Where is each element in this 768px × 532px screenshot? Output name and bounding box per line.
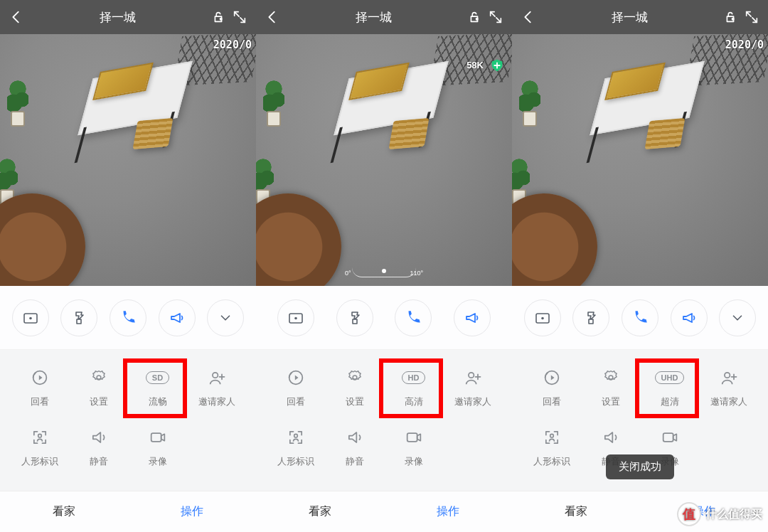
mute-button[interactable]: 静音 <box>69 427 128 468</box>
snapshot-button[interactable] <box>524 299 561 336</box>
camera-title: 择一城 <box>542 9 717 26</box>
camera-title: 择一城 <box>30 9 205 26</box>
megaphone-button[interactable] <box>454 299 491 336</box>
quality-label: 流畅 <box>149 395 167 408</box>
tab-watch-home[interactable]: 看家 <box>256 491 384 532</box>
human-mark-button[interactable]: 人形标识 <box>522 427 581 468</box>
top-bar: 择一城 <box>0 0 256 34</box>
invite-label: 邀请家人 <box>454 395 491 408</box>
invite-label: 邀请家人 <box>710 395 747 408</box>
top-bar: 择一城 <box>256 0 512 34</box>
shield-icon[interactable] <box>489 57 505 74</box>
flashlight-button[interactable] <box>336 299 373 336</box>
quality-badge: HD <box>402 371 426 384</box>
back-button[interactable] <box>521 9 536 25</box>
fullscreen-button[interactable] <box>232 9 247 25</box>
tab-watch-home[interactable]: 看家 <box>512 491 640 532</box>
call-button[interactable] <box>622 299 658 336</box>
back-button[interactable] <box>265 9 280 25</box>
watermark-logo: 值 <box>677 502 701 526</box>
action-panel: 回看 设置 HD高清 邀请家人 人形标识 静音 录像 看家 操作 <box>256 350 512 532</box>
playback-button[interactable]: 回看 <box>10 367 69 408</box>
invite-family-button[interactable]: 邀请家人 <box>187 367 246 408</box>
back-button[interactable] <box>9 9 24 25</box>
settings-label: 设置 <box>90 395 108 408</box>
mute-label: 静音 <box>90 455 108 468</box>
record-label: 录像 <box>149 455 167 468</box>
privacy-lock-button[interactable] <box>210 9 226 25</box>
human-mark-button[interactable]: 人形标识 <box>266 427 325 468</box>
quality-button[interactable]: SD流畅 <box>128 367 187 408</box>
compass-left-deg: 0° <box>345 270 351 277</box>
quality-button[interactable]: HD高清 <box>384 367 443 408</box>
phone-screen-2: 择一城 58K 0° 110° 回看 设置 HD高清 邀请家人 人形标识 静 <box>256 0 512 532</box>
collapse-button[interactable] <box>207 299 244 336</box>
watermark: 值 什么值得买 <box>677 502 762 526</box>
playback-button[interactable]: 回看 <box>522 367 581 408</box>
record-button[interactable]: 录像 <box>384 427 443 468</box>
settings-button[interactable]: 设置 <box>581 367 640 408</box>
tab-operate[interactable]: 操作 <box>128 491 256 532</box>
video-timestamp: 2020/0 <box>213 38 252 51</box>
phone-screen-1: 择一城 2020/0 回看 设置 SD流畅 邀请家人 人形标识 静音 录像 <box>0 0 256 532</box>
tab-operate[interactable]: 操作 <box>384 491 512 532</box>
megaphone-button[interactable] <box>159 299 196 336</box>
top-bar: 择一城 <box>512 0 768 34</box>
bitrate-indicator: 58K <box>466 60 484 70</box>
quick-action-row <box>0 286 256 350</box>
flashlight-button[interactable] <box>60 299 97 336</box>
invite-label: 邀请家人 <box>198 395 235 408</box>
collapse-button[interactable] <box>719 299 756 336</box>
live-video[interactable]: 2020/0 <box>0 34 256 286</box>
tab-watch-home[interactable]: 看家 <box>0 491 128 532</box>
ptz-compass[interactable]: 0° 110° <box>345 265 423 282</box>
call-button[interactable] <box>395 299 432 336</box>
settings-label: 设置 <box>602 395 620 408</box>
flashlight-button[interactable] <box>572 299 609 336</box>
bottom-tabs: 看家 操作 <box>256 491 512 532</box>
settings-button[interactable]: 设置 <box>69 367 128 408</box>
playback-button[interactable]: 回看 <box>266 367 325 408</box>
quality-label: 高清 <box>405 395 423 408</box>
quick-action-row <box>512 286 768 350</box>
camera-title: 择一城 <box>286 9 461 26</box>
quality-badge: SD <box>146 371 169 384</box>
playback-label: 回看 <box>31 395 49 408</box>
quality-label: 超清 <box>661 395 679 408</box>
live-video[interactable]: 58K 0° 110° <box>256 34 512 286</box>
invite-family-button[interactable]: 邀请家人 <box>699 367 758 408</box>
snapshot-button[interactable] <box>12 299 49 336</box>
action-panel: 回看 设置 SD流畅 邀请家人 人形标识 静音 录像 看家 操作 <box>0 350 256 532</box>
invite-family-button[interactable]: 邀请家人 <box>443 367 502 408</box>
toast-message: 关闭成功 <box>606 454 674 479</box>
record-button[interactable]: 录像 <box>128 427 187 468</box>
quick-action-row <box>256 286 512 350</box>
privacy-lock-button[interactable] <box>466 9 482 25</box>
quality-button[interactable]: UHD超清 <box>640 367 699 408</box>
human-mark-button[interactable]: 人形标识 <box>10 427 69 468</box>
bottom-tabs: 看家 操作 <box>0 491 256 532</box>
megaphone-button[interactable] <box>671 299 708 336</box>
snapshot-button[interactable] <box>277 299 314 336</box>
settings-label: 设置 <box>346 395 364 408</box>
phone-screen-3: 择一城 2020/0 回看 设置 UHD超清 邀请家人 人形标识 静音 录像 关… <box>512 0 768 532</box>
playback-label: 回看 <box>543 395 561 408</box>
mute-button[interactable]: 静音 <box>325 427 384 468</box>
human-mark-label: 人形标识 <box>277 455 314 468</box>
fullscreen-button[interactable] <box>744 9 759 25</box>
call-button[interactable] <box>110 299 146 336</box>
settings-button[interactable]: 设置 <box>325 367 384 408</box>
live-video[interactable]: 2020/0 <box>512 34 768 286</box>
watermark-text: 什么值得买 <box>705 507 762 522</box>
quality-badge: UHD <box>655 371 685 384</box>
playback-label: 回看 <box>287 395 305 408</box>
fullscreen-button[interactable] <box>488 9 503 25</box>
privacy-lock-button[interactable] <box>722 9 738 25</box>
video-timestamp: 2020/0 <box>725 38 764 51</box>
mute-label: 静音 <box>346 455 364 468</box>
human-mark-label: 人形标识 <box>533 455 570 468</box>
human-mark-label: 人形标识 <box>21 455 58 468</box>
record-label: 录像 <box>405 455 423 468</box>
